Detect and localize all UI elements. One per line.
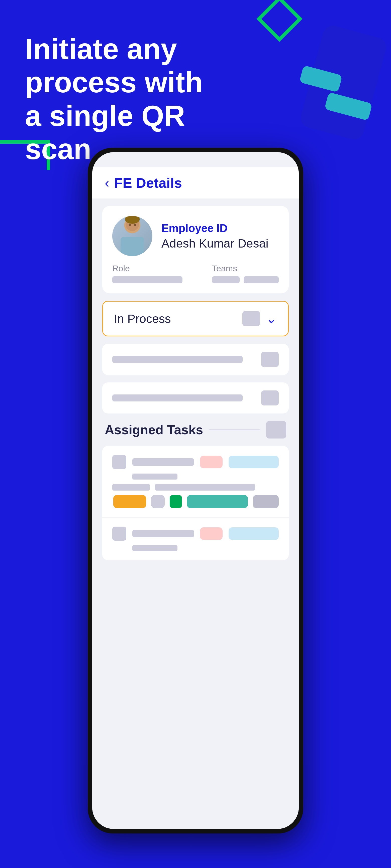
dropdown-icon-square [242,311,260,326]
task-meta-row-1 [112,484,279,491]
assigned-tasks-header: Assigned Tasks [102,421,289,438]
screen-content: Employee ID Adesh Kumar Desai Role Teams [92,198,299,829]
bg-diamond-decoration [256,0,303,42]
svg-rect-1 [120,237,144,256]
task-row-1-top [112,455,279,469]
tasks-list [102,446,289,560]
task-badge-blue-1 [229,456,279,468]
dropdown-right: ⌄ [242,311,277,326]
task-badge-blue-2 [229,527,279,540]
role-teams-row: Role Teams [112,264,279,283]
tasks-divider [209,430,260,430]
teams-label: Teams [212,264,279,273]
task-badge-pink-2 [200,527,223,540]
nav-title: FE Details [114,175,182,191]
chevron-down-icon: ⌄ [266,311,277,326]
task-dot-green-1 [170,495,182,508]
task-badge-pink-1 [200,456,223,468]
employee-text: Employee ID Adesh Kumar Desai [161,222,269,250]
task-row-1-bottom [113,495,279,508]
list-bar-1 [112,356,243,363]
employee-card: Employee ID Adesh Kumar Desai Role Teams [102,206,289,293]
task-row-2-top [112,527,279,540]
status-label: In Process [114,312,171,326]
svg-point-5 [134,223,136,226]
teams-bars [212,276,279,283]
status-bar [92,152,299,167]
task-subtitle-bar-1 [132,473,177,479]
task-num-badge-1 [151,495,165,508]
role-label: Role [112,264,204,273]
task-meta-short-1 [112,484,150,491]
employee-info-row: Employee ID Adesh Kumar Desai [112,216,279,256]
task-checkbox-2[interactable] [112,527,126,540]
employee-id-label: Employee ID [161,222,269,235]
team-bar-1 [212,276,240,283]
teams-field-group: Teams [212,264,279,283]
team-bar-2 [244,276,279,283]
status-dropdown[interactable]: In Process ⌄ [102,301,289,336]
employee-name: Adesh Kumar Desai [161,237,269,250]
phone-mockup: ‹ FE Details [88,148,303,833]
tasks-add-icon[interactable] [266,421,286,438]
avatar-inner [112,216,152,256]
task-row-1 [102,446,289,518]
assigned-tasks-title: Assigned Tasks [105,422,203,437]
svg-point-4 [129,223,131,226]
role-value-bar [112,276,183,283]
task-row-2 [102,518,289,560]
task-tag-gray-1 [253,495,279,508]
phone-screen: ‹ FE Details [92,152,299,829]
list-item-1 [102,344,289,375]
list-bar-2 [112,395,243,401]
list-icon-1 [261,352,279,367]
list-icon-2 [261,391,279,405]
task-checkbox-1[interactable] [112,455,126,469]
task-title-bar-1 [132,458,194,466]
task-subtitle-bar-2 [132,545,177,551]
task-meta-long-1 [155,484,255,491]
task-bar-teal-1 [187,495,248,508]
nav-bar: ‹ FE Details [92,167,299,198]
hero-title: Initiate any process with a single QR sc… [25,33,213,166]
list-item-2 [102,382,289,413]
task-title-bar-2 [132,530,194,537]
back-button[interactable]: ‹ [105,176,109,190]
task-tag-orange-1 [113,495,146,508]
role-field-group: Role [112,264,204,283]
avatar [112,216,152,256]
